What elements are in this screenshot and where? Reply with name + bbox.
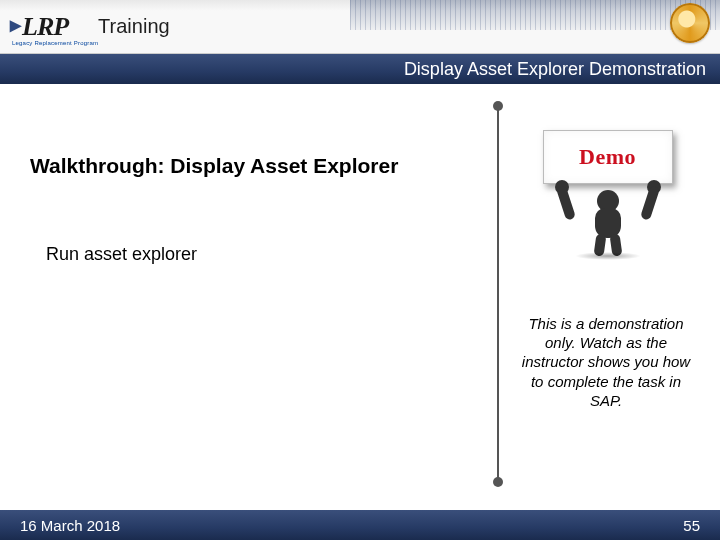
slide-header: ▸ LRP Legacy Replacement Program Trainin… <box>0 0 720 54</box>
body-text: Run asset explorer <box>46 244 197 265</box>
footer-date: 16 March 2018 <box>20 517 120 534</box>
instruction-note: This is a demonstration only. Watch as t… <box>520 314 692 410</box>
slide-footer: 16 March 2018 55 <box>0 510 720 540</box>
slide-body: Walkthrough: Display Asset Explorer Run … <box>0 84 720 510</box>
seal-icon <box>670 3 710 43</box>
demo-graphic: Demo <box>520 130 695 258</box>
footer-page: 55 <box>683 517 700 534</box>
logo-text: LRP <box>22 12 68 42</box>
figure-icon <box>543 186 673 258</box>
demo-sign: Demo <box>543 130 673 184</box>
logo-mark: ▸ LRP <box>10 12 68 42</box>
logo-subtext: Legacy Replacement Program <box>12 40 98 46</box>
logo: ▸ LRP <box>0 12 68 42</box>
vertical-divider <box>497 106 499 482</box>
subtitle-band: Display Asset Explorer Demonstration <box>0 54 720 84</box>
section-title: Training <box>98 15 170 38</box>
subtitle-text: Display Asset Explorer Demonstration <box>404 59 706 80</box>
arrow-icon: ▸ <box>10 12 20 38</box>
walkthrough-heading: Walkthrough: Display Asset Explorer <box>30 154 398 178</box>
